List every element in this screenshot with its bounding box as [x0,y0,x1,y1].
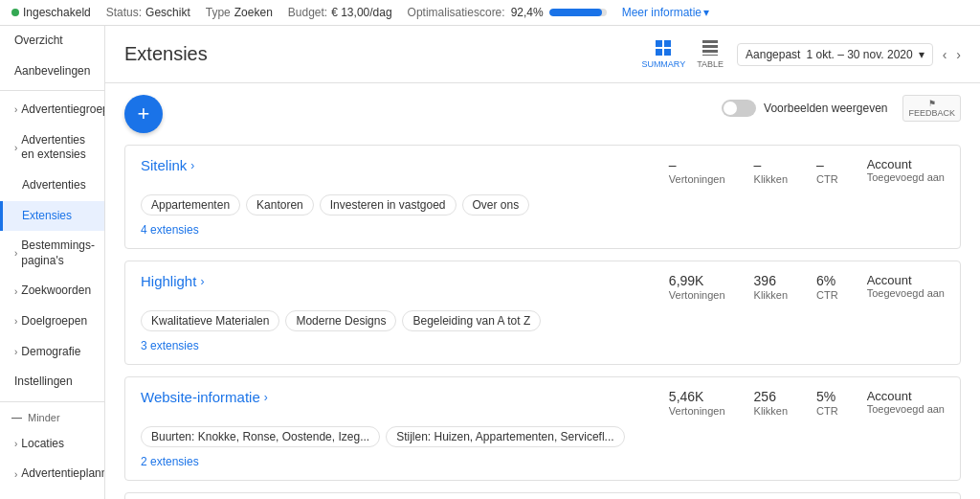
meer-info-button[interactable]: Meer informatie ▾ [622,6,709,19]
sidebar-item-advertenties[interactable]: Advertenties [0,170,104,201]
sitelink-tags: Appartementen Kantoren Investeren in vas… [141,194,945,215]
preview-toggle[interactable] [722,100,756,117]
summary-label: SUMMARY [641,59,685,69]
table-icon [702,39,719,57]
highlight-header: Highlight › 6,99K Vertoningen 396 Klikke… [141,273,945,301]
account-title: Account [867,389,945,403]
sidebar-label: Doelgroepen [21,314,87,329]
highlight-count[interactable]: 3 extensies [141,339,945,352]
feedback-button[interactable]: ⚑ FEEDBACK [902,95,961,122]
sidebar-item-instellingen[interactable]: Instellingen [0,367,104,397]
main-layout: Overzicht Aanbevelingen › Advertentiegro… [0,26,980,499]
preview-label: Voorbeelden weergeven [764,102,887,115]
sidebar-item-aanbevelingen[interactable]: Aanbevelingen [0,57,104,87]
tag-moderne[interactable]: Moderne Designs [285,310,396,331]
svg-rect-1 [664,40,671,47]
tag-buurten[interactable]: Buurten: Knokke, Ronse, Oostende, Izeg..… [141,426,380,447]
status-ingeschakeld: Ingeschakeld [11,6,91,19]
sitelink-arrow-icon: › [190,159,194,172]
svg-rect-5 [702,45,718,48]
tag-investeren[interactable]: Investeren in vastgoed [320,194,457,215]
status-field-label: Status: [106,6,142,19]
sidebar-item-advertentiegroepen[interactable]: › Advertentiegroepen [0,95,104,125]
sidebar-label: Locaties [21,437,64,452]
highlight-stat-vertoningen: 6,99K Vertoningen [669,273,725,301]
website-stat-klikken: 256 Klikken [754,389,788,417]
svg-rect-6 [702,50,718,53]
svg-rect-4 [702,40,718,43]
website-stats: 5,46K Vertoningen 256 Klikken 5% CTR A [669,389,945,417]
sidebar-item-advertentieplanning[interactable]: › Advertentieplanning [0,459,104,489]
date-range-selector[interactable]: Aangepast 1 okt. – 30 nov. 2020 ▾ [737,43,933,66]
chevron-icon: › [14,315,17,328]
highlight-arrow-icon: › [200,275,204,288]
tag-begeleiding[interactable]: Begeleiding van A tot Z [402,310,541,331]
highlight-stat-ctr: 6% CTR [816,273,838,301]
score-bar-fill [549,9,602,16]
stat-value: – [754,157,788,172]
sidebar-item-extensies[interactable]: Extensies [0,201,104,232]
sitelink-title[interactable]: Sitelink › [141,157,194,173]
sitelink-stats: – Vertoningen – Klikken – CTR Account [669,157,945,185]
stat-label: CTR [816,173,838,185]
chevron-icon: › [14,103,17,116]
date-next-button[interactable]: › [956,47,961,62]
top-bar: Ingeschakeld Status: Geschikt Type Zoeke… [0,0,980,26]
summary-view-button[interactable]: SUMMARY [637,35,689,73]
stat-label: CTR [816,289,838,301]
website-tags: Buurten: Knokke, Ronse, Oostende, Izeg..… [141,426,945,447]
aangepast-label: Aangepast [746,48,800,61]
add-extension-button[interactable]: + [124,95,163,133]
stat-label: Vertoningen [669,289,725,301]
tag-kantoren[interactable]: Kantoren [246,194,314,215]
stat-label: Vertoningen [669,173,725,185]
sidebar-item-bestemmingspaginas[interactable]: › Bestemmings­pagina's [0,231,104,276]
sidebar-item-doelgroepen[interactable]: › Doelgroepen [0,306,104,337]
sidebar-item-advertenties-extensies[interactable]: › Advertenties en extensies [0,125,104,170]
account-sub: Toegevoegd aan [867,403,945,415]
highlight-tags: Kwalitatieve Materialen Moderne Designs … [141,310,945,331]
sidebar-label: Advertentieplanning [21,466,105,482]
sidebar-section-minder[interactable]: — Minder [0,406,104,429]
sitelink-count[interactable]: 4 extensies [141,223,945,237]
budget-value: € 13,00/dag [331,6,391,19]
type-label: Type [206,6,231,19]
opt-score-item: Optimalisatiescore: 92,4% [408,6,607,19]
meer-info-label: Meer informatie [622,6,702,19]
meer-info-chevron: ▾ [703,6,709,19]
website-header: Website-informatie › 5,46K Vertoningen 2… [141,389,945,417]
stat-value: – [669,157,725,172]
tag-appartementen[interactable]: Appartementen [141,194,240,215]
highlight-card: Highlight › 6,99K Vertoningen 396 Klikke… [124,261,961,365]
highlight-title[interactable]: Highlight › [141,273,204,289]
table-label: TABLE [697,59,724,69]
view-icons: SUMMARY TABLE [637,35,727,73]
tag-over-ons[interactable]: Over ons [462,194,530,215]
feedback-icon: ⚑ [928,99,936,108]
chevron-icon: › [14,247,17,260]
website-title[interactable]: Website-informatie › [141,389,268,405]
date-prev-button[interactable]: ‹ [943,47,947,62]
svg-rect-2 [656,49,662,56]
sidebar: Overzicht Aanbevelingen › Advertentiegro… [0,26,105,499]
sidebar-item-overzicht[interactable]: Overzicht [0,26,104,57]
stat-label: Klikken [754,405,788,417]
opt-label: Optimalisatiescore: [408,6,505,19]
highlight-account: Account Toegevoegd aan [867,273,945,299]
sidebar-item-locaties[interactable]: › Locaties [0,429,104,460]
tag-stijlen[interactable]: Stijlen: Huizen, Appartementen, Servicef… [386,426,624,447]
website-arrow-icon: › [264,391,268,404]
budget-label: Budget: [288,6,327,19]
tag-kwalitatieve[interactable]: Kwalitatieve Materialen [141,310,279,331]
website-account: Account Toegevoegd aan [867,389,945,415]
website-count[interactable]: 2 extensies [141,455,945,468]
account-title: Account [867,273,945,287]
table-view-button[interactable]: TABLE [693,35,727,73]
sidebar-item-demografie[interactable]: › Demografie [0,337,104,368]
ingeschakeld-label: Ingeschakeld [23,6,91,19]
summary-icon [655,39,672,57]
sidebar-item-zoekwoorden[interactable]: › Zoekwoorden [0,276,104,306]
sidebar-label: Demografie [21,345,80,360]
sidebar-item-apparaten[interactable]: Apparaten [0,489,104,499]
extensions-content: + Voorbeelden weergeven ⚑ FEEDBACK Sitel… [105,83,980,499]
